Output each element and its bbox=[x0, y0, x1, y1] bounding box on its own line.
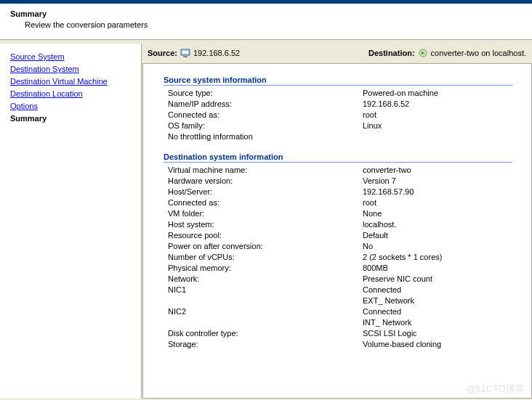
info-row: Host/Server:192.168.57.90 bbox=[164, 187, 525, 197]
svg-rect-2 bbox=[183, 56, 188, 57]
info-row: Virtual machine name:converter-two bbox=[164, 165, 525, 176]
source-section: Source: 192.168.6.52 bbox=[148, 48, 240, 58]
info-value: 192.168.6.52 bbox=[363, 99, 525, 110]
info-row: VM folder:None bbox=[164, 208, 525, 219]
nav-destination-vm[interactable]: Destination Virtual Machine bbox=[10, 75, 141, 87]
info-value: root bbox=[363, 197, 525, 208]
info-value: None bbox=[363, 208, 525, 219]
info-value: 2 (2 sockets * 1 cores) bbox=[363, 252, 525, 263]
body-layout: Source System Destination System Destina… bbox=[0, 40, 532, 399]
info-label: VM folder: bbox=[168, 208, 363, 219]
info-row: Name/IP address:192.168.6.52 bbox=[164, 99, 525, 110]
nav-destination-system[interactable]: Destination System bbox=[10, 63, 141, 75]
converter-icon bbox=[418, 48, 428, 58]
destination-section: Destination: converter-two on localhost. bbox=[368, 48, 526, 58]
info-row: Host system:localhost. bbox=[164, 219, 525, 230]
info-label: No throttling information bbox=[168, 131, 363, 142]
source-label: Source: bbox=[148, 49, 177, 57]
details-panel[interactable]: Source system information Source type:Po… bbox=[142, 63, 532, 399]
info-row: NIC1Connected bbox=[164, 285, 525, 295]
info-value: localhost. bbox=[363, 219, 525, 230]
info-row: Connected as:root bbox=[164, 197, 525, 208]
info-label: Virtual machine name: bbox=[168, 165, 363, 176]
info-label: Resource pool: bbox=[168, 230, 363, 241]
nav-sidebar: Source System Destination System Destina… bbox=[0, 44, 142, 399]
info-label: Disk controller type: bbox=[168, 328, 363, 339]
info-row: INT_ Network bbox=[164, 317, 525, 328]
info-value bbox=[363, 131, 525, 142]
info-row: Resource pool:Default bbox=[164, 230, 525, 241]
info-value: 800MB bbox=[363, 263, 525, 274]
info-value: Volume-based cloning bbox=[363, 339, 525, 350]
info-value: Default bbox=[363, 230, 525, 241]
info-label bbox=[168, 295, 363, 306]
svg-rect-1 bbox=[182, 51, 188, 54]
content-area: Source: 192.168.6.52 Destination: conver… bbox=[142, 44, 532, 399]
section-heading-destination: Destination system information bbox=[164, 152, 512, 163]
info-label: NIC2 bbox=[168, 306, 363, 317]
info-row: NIC2Connected bbox=[164, 306, 525, 317]
page-subtitle: Review the conversion parameters bbox=[25, 20, 522, 29]
info-row: Physical memory:800MB bbox=[164, 263, 525, 274]
info-value: No bbox=[363, 241, 525, 252]
info-row: Source type:Powered-on machine bbox=[164, 88, 525, 99]
info-value: Connected bbox=[363, 285, 525, 295]
info-label: Physical memory: bbox=[168, 263, 363, 274]
info-row: EXT_ Network bbox=[164, 295, 525, 306]
info-value: 192.168.57.90 bbox=[363, 187, 525, 197]
info-label: OS family: bbox=[168, 121, 363, 131]
info-value: Linux bbox=[363, 121, 525, 131]
info-label: Name/IP address: bbox=[168, 99, 363, 110]
source-value: 192.168.6.52 bbox=[193, 49, 240, 57]
nav-source-system[interactable]: Source System bbox=[10, 51, 141, 62]
info-label: Storage: bbox=[168, 339, 363, 350]
info-label: Power on after conversion: bbox=[168, 241, 363, 252]
info-value: EXT_ Network bbox=[363, 295, 525, 306]
page-title: Summary bbox=[10, 9, 522, 18]
info-label: Number of vCPUs: bbox=[168, 252, 363, 263]
info-label: Hardware version: bbox=[168, 176, 363, 187]
nav-destination-location[interactable]: Destination Location bbox=[10, 88, 141, 99]
destination-value: converter-two on localhost. bbox=[431, 49, 526, 57]
info-value: SCSI LSI Logic bbox=[363, 328, 525, 339]
info-row: Storage:Volume-based cloning bbox=[164, 339, 525, 350]
source-destination-bar: Source: 192.168.6.52 Destination: conver… bbox=[142, 44, 532, 62]
info-row: No throttling information bbox=[164, 131, 525, 142]
info-row: Hardware version:Version 7 bbox=[164, 176, 525, 187]
info-row: OS family:Linux bbox=[164, 121, 525, 131]
info-value: INT_ Network bbox=[363, 317, 525, 328]
info-value: Preserve NIC count bbox=[363, 274, 525, 285]
info-value: Powered-on machine bbox=[363, 88, 525, 99]
computer-icon bbox=[180, 48, 190, 58]
info-row: Disk controller type:SCSI LSI Logic bbox=[164, 328, 525, 339]
nav-summary-current: Summary bbox=[10, 113, 141, 124]
info-label: Host/Server: bbox=[168, 187, 363, 197]
info-label: Host system: bbox=[168, 219, 363, 230]
info-label bbox=[168, 317, 363, 328]
info-label: Source type: bbox=[168, 88, 363, 99]
info-row: Connected as:root bbox=[164, 110, 525, 121]
destination-label: Destination: bbox=[368, 49, 415, 57]
info-label: Connected as: bbox=[168, 110, 363, 121]
info-row: Network:Preserve NIC count bbox=[164, 274, 525, 285]
info-row: Power on after conversion:No bbox=[164, 241, 525, 252]
info-label: NIC1 bbox=[168, 285, 363, 295]
info-label: Connected as: bbox=[168, 197, 363, 208]
info-label: Network: bbox=[168, 274, 363, 285]
wizard-header: Summary Review the conversion parameters bbox=[0, 4, 532, 40]
info-value: Version 7 bbox=[363, 176, 525, 187]
info-value: Connected bbox=[363, 306, 525, 317]
info-value: root bbox=[363, 110, 525, 121]
info-row: Number of vCPUs:2 (2 sockets * 1 cores) bbox=[164, 252, 525, 263]
nav-options[interactable]: Options bbox=[10, 100, 141, 112]
section-heading-source: Source system information bbox=[164, 75, 512, 86]
info-value: converter-two bbox=[363, 165, 525, 176]
